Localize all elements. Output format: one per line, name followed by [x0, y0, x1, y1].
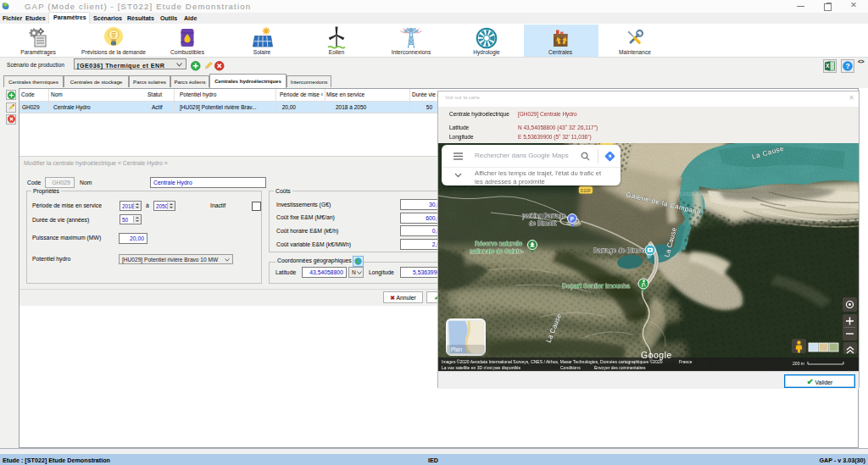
svg-text:La vue satellite en 3D n'est p: La vue satellite en 3D n'est pas disponi…: [442, 365, 520, 370]
svg-text:?: ?: [845, 62, 849, 70]
svg-text:©2020 Google: ©2020 Google: [679, 191, 712, 197]
svg-text:Envoyer des commentaires: Envoyer des commentaires: [594, 365, 646, 370]
svg-text:200 m: 200 m: [793, 361, 804, 366]
svg-text:Plan: Plan: [451, 346, 462, 352]
svg-text:P: P: [570, 216, 575, 222]
svg-text:Depart Sentier Imoucha: Depart Sentier Imoucha: [562, 282, 631, 290]
svg-text:Images ©2020 Aerodata Internat: Images ©2020 Aerodata International Surv…: [442, 359, 663, 364]
svg-text:D10F: D10F: [581, 188, 592, 193]
svg-text:Réserve naturelle: Réserve naturelle: [475, 240, 522, 247]
svg-text:Conditions: Conditions: [560, 365, 581, 370]
svg-text:X: X: [826, 63, 830, 69]
svg-text:France: France: [679, 359, 693, 364]
svg-text:nationale de Sainte-: nationale de Sainte-: [470, 247, 525, 255]
svg-text:de Bimont: de Bimont: [529, 219, 556, 227]
svg-text:Barrage de Bimont: Barrage de Bimont: [593, 246, 648, 254]
svg-text:parking Barrage: parking Barrage: [522, 212, 565, 219]
